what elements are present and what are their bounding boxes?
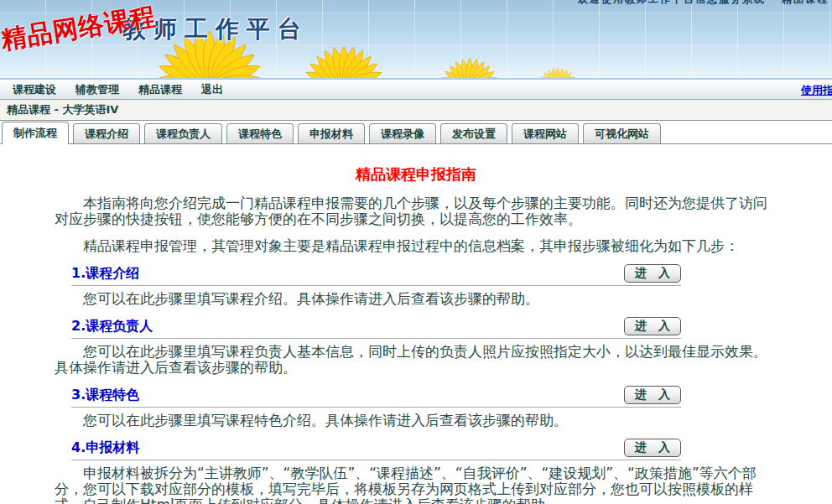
menu-item-0[interactable]: 课程建设 (13, 82, 56, 97)
step-description: 您可以在此步骤里填写课程负责人基本信息，同时上传的负责人照片应按照指定大小，以达… (55, 344, 777, 376)
step-list: 1.课程介绍 进 入 您可以在此步骤里填写课程介绍。具体操作请进入后查看该步骤的… (55, 264, 777, 504)
step-description: 申报材料被拆分为“主讲教师”、“教学队伍”、“课程描述”、“自我评价”、“建设规… (55, 465, 777, 504)
tab-4[interactable]: 申报材料 (298, 123, 365, 143)
tab-2[interactable]: 课程负责人 (144, 123, 222, 143)
intro-paragraph-1: 本指南将向您介绍完成一门精品课程申报需要的几个步骤，以及每个步骤的主要功能。同时… (55, 195, 777, 227)
page-title: 精品课程申报指南 (55, 164, 777, 184)
menu-item-3[interactable]: 退出 (201, 82, 223, 97)
step-header-row: 1.课程介绍 进 入 (71, 264, 681, 286)
step-section: 1.课程介绍 进 入 您可以在此步骤里填写课程介绍。具体操作请进入后查看该步骤的… (55, 264, 777, 307)
menu-item-2[interactable]: 精品课程 (138, 82, 182, 97)
step-section: 3.课程特色 进 入 您可以在此步骤里填写课程特色介绍。具体操作请进入后查看该步… (55, 386, 777, 429)
step-header-row: 3.课程特色 进 入 (71, 386, 681, 408)
menu-items: 课程建设 辅教管理 精品课程 退出 (0, 82, 223, 97)
clipped-marquee-text: 欢迎使用教师工作平台信息服务系统 · 精品课程 (578, 0, 829, 7)
tab-7[interactable]: 课程网站 (512, 123, 579, 143)
teacher-platform-window: 欢迎使用教师工作平台信息服务系统 · 精品课程 (0, 0, 832, 504)
tab-bar: 制作流程 课程介绍 课程负责人 课程特色 申报材料 课程录像 发布设置 课程网站… (0, 121, 832, 144)
enter-button[interactable]: 进 入 (624, 264, 681, 283)
enter-button[interactable]: 进 入 (624, 317, 681, 335)
step-header-row: 4.申报材料 进 入 (71, 439, 681, 460)
help-guide-link[interactable]: 使用指南 (801, 83, 832, 98)
tab-6[interactable]: 发布设置 (440, 123, 507, 143)
tab-3[interactable]: 课程特色 (226, 123, 294, 143)
menu-item-1[interactable]: 辅教管理 (75, 82, 119, 97)
main-menu-bar: 课程建设 辅教管理 精品课程 退出 使用指南 (0, 80, 832, 100)
step-description: 您可以在此步骤里填写课程特色介绍。具体操作请进入后查看该步骤的帮助。 (55, 413, 777, 429)
enter-button[interactable]: 进 入 (624, 386, 681, 404)
step-title: 1.课程介绍 (71, 265, 139, 283)
step-header-row: 2.课程负责人 进 入 (71, 317, 681, 339)
breadcrumb: 精品课程 - 大学英语IV (0, 100, 832, 121)
tab-8[interactable]: 可视化网站 (583, 123, 661, 143)
tab-5[interactable]: 课程录像 (369, 123, 436, 143)
step-title: 2.课程负责人 (71, 318, 153, 335)
tab-0[interactable]: 制作流程 (2, 122, 69, 144)
intro-paragraph-2: 精品课程申报管理，其管理对象主要是精品课程申报过程中的信息档案，其申报步骤被细化… (55, 238, 777, 254)
main-content: 精品课程申报指南 本指南将向您介绍完成一门精品课程申报需要的几个步骤，以及每个步… (0, 164, 832, 504)
banner: 欢迎使用教师工作平台信息服务系统 · 精品课程 (0, 0, 832, 80)
enter-button[interactable]: 进 入 (624, 439, 681, 457)
step-title: 4.申报材料 (71, 439, 139, 457)
step-section: 4.申报材料 进 入 申报材料被拆分为“主讲教师”、“教学队伍”、“课程描述”、… (55, 439, 777, 504)
step-section: 2.课程负责人 进 入 您可以在此步骤里填写课程负责人基本信息，同时上传的负责人… (55, 317, 777, 376)
tab-1[interactable]: 课程介绍 (73, 123, 140, 143)
step-description: 您可以在此步骤里填写课程介绍。具体操作请进入后查看该步骤的帮助。 (55, 291, 777, 307)
step-title: 3.课程特色 (71, 387, 139, 404)
